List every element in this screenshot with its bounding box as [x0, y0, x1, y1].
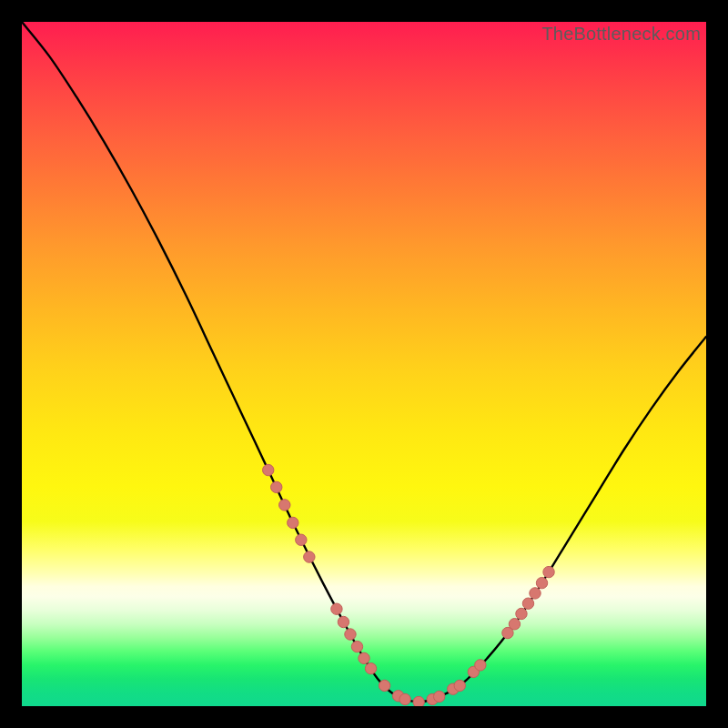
curve-marker: [288, 517, 298, 528]
curve-marker: [271, 481, 282, 492]
curve-marker: [263, 464, 274, 475]
curve-marker: [296, 534, 307, 545]
curve-marker: [530, 588, 541, 599]
curve-marker: [516, 608, 527, 619]
curve-marker: [399, 693, 410, 704]
curve-marker: [345, 629, 356, 640]
curve-marker: [359, 652, 369, 663]
curve-marker: [454, 680, 465, 691]
curve-marker: [543, 566, 554, 577]
curve-marker: [365, 662, 376, 673]
curve-marker: [522, 598, 533, 609]
chart-frame: TheBottleneck.com: [22, 22, 706, 706]
bottleneck-curve: [22, 22, 706, 702]
curve-marker: [379, 680, 389, 691]
curve-marker: [331, 603, 342, 614]
curve-marker: [509, 619, 520, 630]
curve-marker: [304, 551, 315, 562]
chart-svg: [22, 22, 706, 706]
curve-marker: [351, 641, 362, 652]
curve-marker: [413, 696, 424, 706]
watermark-text: TheBottleneck.com: [541, 24, 701, 45]
curve-marker: [279, 500, 290, 511]
curve-marker: [338, 616, 349, 627]
curve-marker: [536, 577, 547, 588]
curve-marker: [434, 691, 445, 702]
curve-markers: [263, 464, 555, 706]
curve-marker: [475, 660, 486, 671]
